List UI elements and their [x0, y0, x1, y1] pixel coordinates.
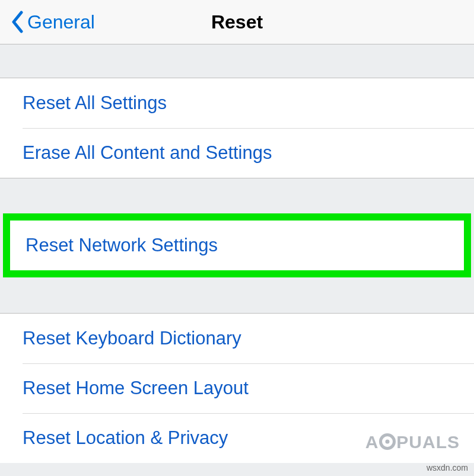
reset-home-screen-layout-row[interactable]: Reset Home Screen Layout [0, 363, 474, 413]
source-label: wsxdn.com [427, 463, 468, 472]
reset-network-settings-row[interactable]: Reset Network Settings [10, 221, 464, 270]
nav-bar: General Reset [0, 0, 474, 44]
back-button[interactable]: General [0, 11, 95, 33]
highlight-box: Reset Network Settings [3, 213, 471, 277]
reset-all-settings-row[interactable]: Reset All Settings [0, 78, 474, 128]
settings-group-1: Reset All Settings Erase All Content and… [0, 78, 474, 178]
settings-group-3: Reset Keyboard Dictionary Reset Home Scr… [0, 313, 474, 463]
erase-all-content-row[interactable]: Erase All Content and Settings [0, 128, 474, 178]
section-gap [0, 277, 474, 313]
settings-group-2: Reset Network Settings [10, 221, 464, 270]
reset-location-privacy-row[interactable]: Reset Location & Privacy [0, 413, 474, 463]
chevron-left-icon [11, 11, 24, 33]
section-gap [0, 178, 474, 214]
page-title: Reset [211, 11, 263, 33]
section-gap [0, 44, 474, 78]
reset-keyboard-dictionary-row[interactable]: Reset Keyboard Dictionary [0, 314, 474, 363]
back-label: General [27, 11, 95, 33]
